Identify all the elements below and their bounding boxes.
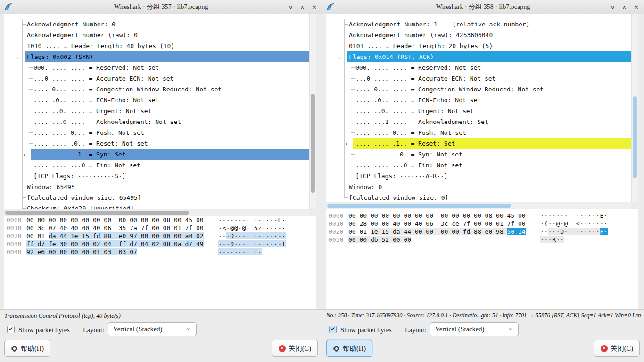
tree-row[interactable]: [Calculated window size: 65495] — [4, 192, 309, 203]
hex-row[interactable]: 000000 00 00 00 00 00 00 00 00 00 00 00 … — [4, 216, 316, 224]
chevron-expanded-icon[interactable]: ⌄ — [15, 51, 20, 62]
horizontal-scrollbar[interactable] — [4, 210, 309, 216]
close-button-label: 关闭(C) — [289, 344, 311, 353]
tree-row[interactable]: ...0 .... .... = Accurate ECN: Not set — [4, 73, 309, 84]
layout-label: Layout: — [405, 322, 426, 338]
vertical-scrollbar[interactable] — [631, 14, 638, 202]
hex-offset: 0020 — [329, 228, 348, 236]
hex-row[interactable]: 002000 01 1e 15 da 44 00 00 00 00 fd 88 … — [326, 228, 638, 236]
tree-row[interactable]: .... 0... .... = Congestion Window Reduc… — [4, 84, 309, 95]
tree-row[interactable]: Window: 65495 — [4, 181, 309, 192]
scrollbar-thumb[interactable] — [311, 94, 315, 193]
packet-window-357: Wireshark · 分组 357 · lib7.pcapng ∨ ∧ ✕ A… — [0, 0, 322, 362]
close-button-label: 关闭(C) — [611, 344, 633, 353]
dialog-footer: No.: 358 · Time: 317.165097930 · Source:… — [322, 309, 644, 362]
packet-detail-tree[interactable]: Acknowledgment Number: 0Acknowledgment n… — [4, 14, 309, 209]
tree-row[interactable]: .... .... ...0 = Fin: Not set — [326, 160, 631, 171]
tree-row[interactable]: .... ...0 .... = Acknowledgment: Not set — [4, 116, 309, 127]
ascii-chars: ········ ······E· — [540, 212, 608, 219]
tree-row[interactable]: .... .... 0... = Push: Not set — [4, 127, 309, 138]
hex-row[interactable]: 001000 28 00 00 40 00 40 06 3c ce 7f 00 … — [326, 220, 638, 228]
ascii-chars: ·· — [540, 228, 548, 235]
tree-row[interactable]: .... ...1 .... = Acknowledgment: Set — [326, 116, 631, 127]
show-packet-bytes-checkbox[interactable]: ✔ — [7, 326, 15, 333]
hex-row[interactable]: 002000 01 da 44 1e 15 fd 88 e0 97 00 00 … — [4, 232, 316, 240]
chevron-collapsed-icon[interactable]: › — [23, 149, 25, 160]
tree-tick — [351, 78, 355, 79]
packet-window-358: Wireshark · 分组 358 · lib7.pcapng ∨ ∧ ✕ A… — [322, 0, 644, 362]
tree-row-label: Window: 65495 — [25, 181, 309, 192]
show-packet-bytes-checkbox[interactable]: ✔ — [329, 326, 337, 333]
help-button[interactable]: 帮助(H) — [326, 340, 372, 357]
layout-select[interactable]: Vertical (Stacked) ⌄ — [430, 322, 519, 336]
scrollbar-thumb[interactable] — [5, 211, 189, 215]
tree-row[interactable]: Acknowledgment number (raw): 4253606040 — [326, 30, 631, 41]
tree-row[interactable]: .... ..0. .... = Urgent: Not set — [4, 106, 309, 116]
tree-row[interactable]: Acknowledgment Number: 0 — [4, 19, 309, 30]
tree-row[interactable]: .... .... .0.. = Reset: Not set — [4, 138, 309, 149]
hex-row[interactable]: 004092 e6 00 00 00 00 01 03 03 07·······… — [4, 248, 316, 256]
maximize-button[interactable]: ∧ — [300, 4, 305, 11]
tree-row[interactable]: 0101 .... = Header Length: 20 bytes (5) — [326, 41, 631, 51]
tree-row[interactable]: 1010 .... = Header Length: 40 bytes (10) — [4, 41, 309, 51]
help-button[interactable]: 帮助(H) — [4, 340, 50, 357]
layout-select-value: Vertical (Stacked) — [113, 325, 162, 333]
titlebar[interactable]: Wireshark · 分组 358 · lib7.pcapng ∨ ∧ ✕ — [322, 0, 644, 14]
tree-row[interactable]: ⌄Flags: 0x002 (SYN) — [4, 51, 309, 62]
tree-row-label: [Calculated window size: 65495] — [25, 192, 309, 203]
tree-tick — [22, 35, 26, 35]
ascii-chars: ···D·· ······ — [548, 228, 600, 235]
scrollbar-thumb[interactable] — [327, 204, 511, 208]
tree-row-label: .... 0... .... = Congestion Window Reduc… — [353, 84, 631, 95]
tree-row[interactable]: .... .... 0... = Push: Not set — [326, 127, 631, 138]
tree-row[interactable]: Window: 0 — [326, 181, 631, 192]
tree-row[interactable]: .... .... ..0. = Syn: Not set — [326, 149, 631, 160]
vertical-scrollbar[interactable] — [309, 14, 316, 209]
tree-tick — [29, 122, 33, 122]
horizontal-scrollbar[interactable] — [326, 203, 631, 209]
hex-row[interactable]: 000000 00 00 00 00 00 00 00 00 00 00 00 … — [326, 212, 638, 220]
titlebar[interactable]: Wireshark · 分组 357 · lib7.pcapng ∨ ∧ ✕ — [0, 0, 322, 14]
tree-row-label: Window: 0 — [347, 181, 631, 192]
close-dialog-button[interactable]: ✕ 关闭(C) — [272, 340, 318, 357]
tree-tick — [344, 46, 348, 46]
close-dialog-button[interactable]: ✕ 关闭(C) — [594, 340, 640, 357]
chevron-expanded-icon[interactable]: ⌄ — [337, 51, 342, 62]
window-close-button[interactable]: ✕ — [634, 4, 639, 11]
tree-row-label: Acknowledgment Number: 1 (relative ack n… — [347, 19, 631, 30]
window-close-button[interactable]: ✕ — [312, 4, 317, 11]
minimize-button[interactable]: ∨ — [611, 4, 615, 11]
hex-bytes: 00 00 00 00 00 00 00 00 00 00 00 00 08 0… — [26, 216, 204, 223]
tree-row[interactable]: ›.... .... ..1. = Syn: Set — [4, 149, 309, 160]
tree-row[interactable]: 000. .... .... = Reserved: Not set — [4, 62, 309, 73]
tree-row[interactable]: .... .... ...0 = Fin: Not set — [4, 160, 309, 171]
tree-row[interactable]: .... ..0. .... = Urgent: Not set — [326, 106, 631, 116]
tree-tick — [351, 122, 355, 122]
maximize-button[interactable]: ∧ — [622, 4, 627, 11]
tree-row[interactable]: Checksum: 0xfe30 [unverified] — [4, 203, 309, 209]
tree-row[interactable]: Acknowledgment Number: 1 (relative ack n… — [326, 19, 631, 30]
tree-row[interactable]: ...0 .... .... = Accurate ECN: Not set — [326, 73, 631, 84]
hex-row[interactable]: 003000 00 db 52 00 00···R·· — [326, 236, 638, 244]
tree-row[interactable]: 000. .... .... = Reserved: Not set — [326, 62, 631, 73]
check-icon: ✔ — [330, 326, 335, 332]
packet-detail-tree[interactable]: Acknowledgment Number: 1 (relative ack n… — [326, 14, 631, 202]
tree-row[interactable]: Acknowledgment number (raw): 0 — [4, 30, 309, 41]
tree-row[interactable]: [TCP Flags: ·······A·R··] — [326, 171, 631, 181]
packet-bytes-pane[interactable]: 000000 00 00 00 00 00 00 00 00 00 00 00 … — [326, 209, 638, 310]
minimize-button[interactable]: ∨ — [289, 4, 293, 11]
hex-row[interactable]: 001000 3c 07 40 40 00 40 06 35 7a 7f 00 … — [4, 224, 316, 232]
tree-row[interactable]: .... .0.. .... = ECN-Echo: Not set — [4, 95, 309, 106]
tree-row[interactable]: ›.... .... .1.. = Reset: Set — [326, 138, 631, 149]
scrollbar-thumb[interactable] — [633, 96, 637, 178]
tree-row[interactable]: .... 0... .... = Congestion Window Reduc… — [326, 84, 631, 95]
tree-row[interactable]: [Calculated window size: 0] — [326, 192, 631, 202]
packet-bytes-pane[interactable]: 000000 00 00 00 00 00 00 00 00 00 00 00 … — [4, 216, 316, 310]
hex-row[interactable]: 0030ff d7 fe 30 00 00 02 04 ff d7 04 02 … — [4, 240, 316, 248]
tree-row-label: ...0 .... .... = Accurate ECN: Not set — [31, 73, 309, 84]
chevron-collapsed-icon[interactable]: › — [345, 138, 347, 149]
tree-row[interactable]: .... .0.. .... = ECN-Echo: Not set — [326, 95, 631, 106]
tree-row[interactable]: ⌄Flags: 0x014 (RST, ACK) — [326, 51, 631, 62]
tree-row[interactable]: [TCP Flags: ··········S·] — [4, 171, 309, 181]
layout-select[interactable]: Vertical (Stacked) ⌄ — [108, 322, 197, 336]
